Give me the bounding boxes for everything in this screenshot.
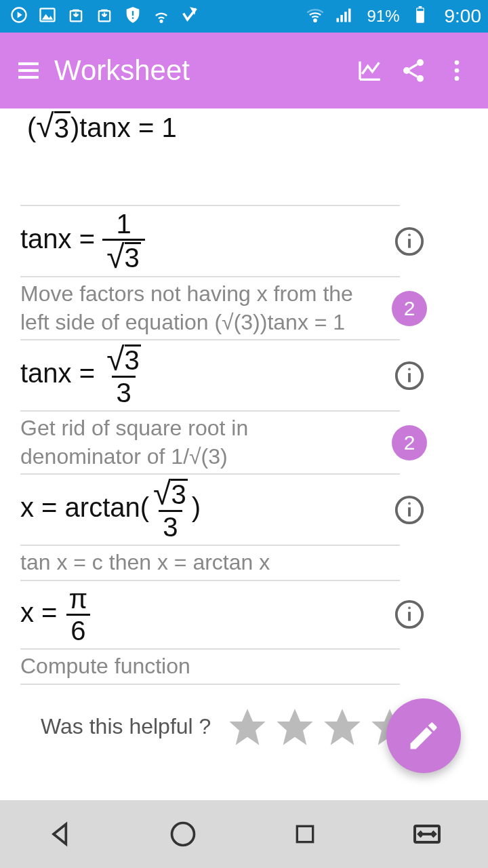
square-icon [291,821,319,848]
solution-step-explain: Compute function [20,648,400,685]
solution-step: tanx = 1√3 [20,205,400,276]
rating-label: Was this helpful ? [41,714,211,739]
svg-marker-3 [42,14,53,20]
svg-point-36 [408,502,411,505]
clock: 9:00 [445,5,482,27]
worksheet-content: (√3)tanx = 1 tanx = 1√3 Move factors not… [0,108,488,749]
cell-signal-icon [334,5,353,27]
step-count-badge[interactable]: 2 [392,291,427,326]
dots-vertical-icon [443,57,470,84]
explain-text: Compute function [20,652,400,681]
solution-step-explain: Get rid of square root in denominator of… [20,410,400,473]
solution-step: tanx = √33 [20,339,400,410]
explain-text: tan x = c then x = arctan x [20,549,400,577]
explain-text: Move factors not having x from the left … [20,280,400,336]
status-bar: 91% 9:00 [0,0,488,33]
svg-point-25 [455,60,460,65]
step-lhs: x = arctan( [20,492,149,522]
status-right-icons: 91% 9:00 [306,5,481,27]
overflow-button[interactable] [435,49,479,92]
step-count-badge[interactable]: 2 [392,425,427,460]
back-icon [46,819,76,849]
star-icon[interactable] [226,705,269,749]
svg-point-26 [455,68,460,73]
svg-rect-12 [345,12,348,22]
page-title: Worksheet [54,54,190,87]
svg-marker-1 [18,12,22,18]
svg-rect-15 [418,6,422,7]
checkmark-icon [180,5,199,27]
battery-percent: 91% [367,7,399,26]
pencil-icon [406,718,441,753]
svg-marker-40 [230,709,266,745]
circle-icon [168,819,198,849]
info-icon [394,494,425,526]
image-icon [38,5,57,27]
recent-button[interactable] [281,810,329,858]
svg-point-22 [417,75,424,82]
svg-point-39 [408,607,411,610]
svg-point-27 [455,76,460,81]
info-icon [394,599,425,630]
svg-rect-13 [348,9,351,22]
download-icon [66,5,85,27]
svg-marker-45 [54,824,66,844]
download-icon-2 [95,5,114,27]
battery-icon [411,5,430,27]
solution-step: x = arctan(√33) [20,473,400,545]
app-bar: Worksheet [0,33,488,108]
svg-point-30 [408,233,411,236]
solution-step-explain: tan x = c then x = arctan x [20,545,400,580]
info-icon [394,360,425,391]
svg-point-46 [172,823,195,846]
chart-button[interactable] [348,49,392,92]
svg-rect-6 [132,11,134,16]
svg-rect-47 [297,826,312,842]
svg-rect-11 [341,15,344,22]
svg-point-8 [161,20,163,22]
svg-rect-7 [132,18,134,19]
svg-line-24 [409,73,417,77]
home-button[interactable] [159,810,207,858]
svg-marker-42 [325,709,361,745]
hamburger-icon [15,57,42,84]
status-left-icons [9,5,199,27]
svg-marker-41 [277,709,313,745]
explain-text: Get rid of square root in denominator of… [20,414,400,471]
switch-button[interactable] [403,810,451,858]
wifi-icon [306,5,325,27]
downloading-circle-icon [9,5,28,27]
svg-line-23 [409,64,417,69]
step-info-button[interactable] [392,492,427,528]
step-info-button[interactable] [392,358,427,393]
shield-icon [123,5,142,27]
swap-icon [411,818,443,850]
share-button[interactable] [392,49,435,92]
svg-rect-16 [417,9,423,12]
star-icon[interactable] [273,705,317,749]
edit-fab[interactable] [386,698,461,773]
star-icon[interactable] [321,705,364,749]
svg-rect-10 [337,18,340,22]
step-info-button[interactable] [392,224,427,259]
menu-button[interactable] [9,52,47,90]
solution-step-explain: Move factors not having x from the left … [20,276,400,339]
step-lhs: x = [20,597,65,627]
problem-expression: (√3)tanx = 1 [27,111,468,144]
step-lhs: tanx = [20,358,102,388]
info-icon [394,226,425,257]
chart-icon [357,57,384,84]
wifi-small-icon [152,5,171,27]
svg-point-33 [408,368,411,370]
svg-point-9 [314,20,317,22]
back-button[interactable] [37,810,85,858]
share-icon [400,57,427,84]
step-info-button[interactable] [392,597,427,632]
svg-point-21 [403,67,410,74]
svg-point-20 [417,59,424,66]
step-lhs: tanx = [20,224,102,254]
navigation-bar [0,800,488,868]
solution-step: x = π6 [20,580,400,648]
